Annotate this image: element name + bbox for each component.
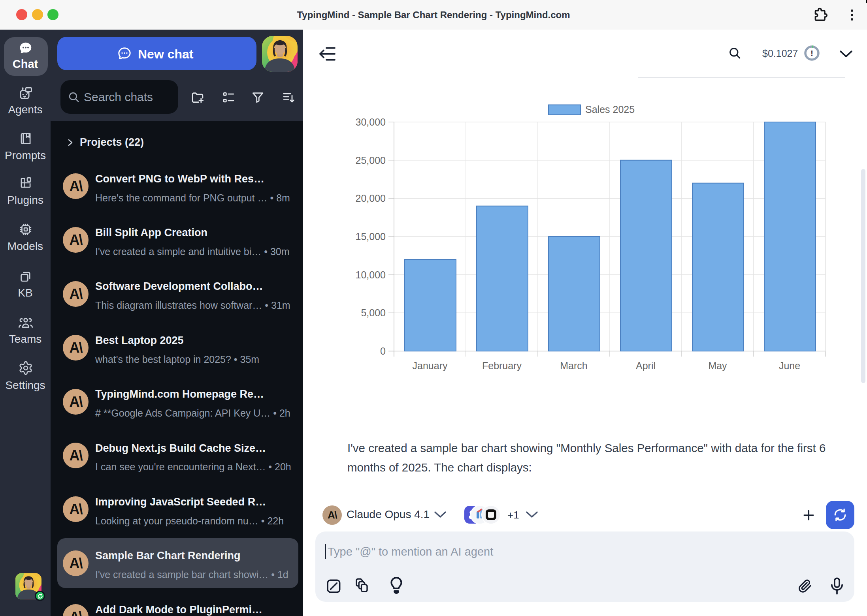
svg-text:30,000: 30,000: [356, 116, 386, 128]
svg-text:20,000: 20,000: [356, 193, 386, 204]
svg-text:15,000: 15,000: [356, 231, 386, 242]
svg-text:25,000: 25,000: [356, 155, 386, 166]
svg-text:Sales 2025: Sales 2025: [585, 104, 635, 115]
svg-text:March: March: [560, 360, 587, 371]
svg-text:5,000: 5,000: [361, 307, 386, 318]
svg-text:10,000: 10,000: [356, 269, 386, 280]
svg-text:April: April: [636, 360, 656, 371]
svg-text:June: June: [779, 360, 800, 371]
svg-text:May: May: [708, 360, 727, 371]
svg-text:0: 0: [380, 346, 386, 357]
svg-text:January: January: [413, 360, 448, 371]
svg-text:February: February: [482, 360, 522, 371]
